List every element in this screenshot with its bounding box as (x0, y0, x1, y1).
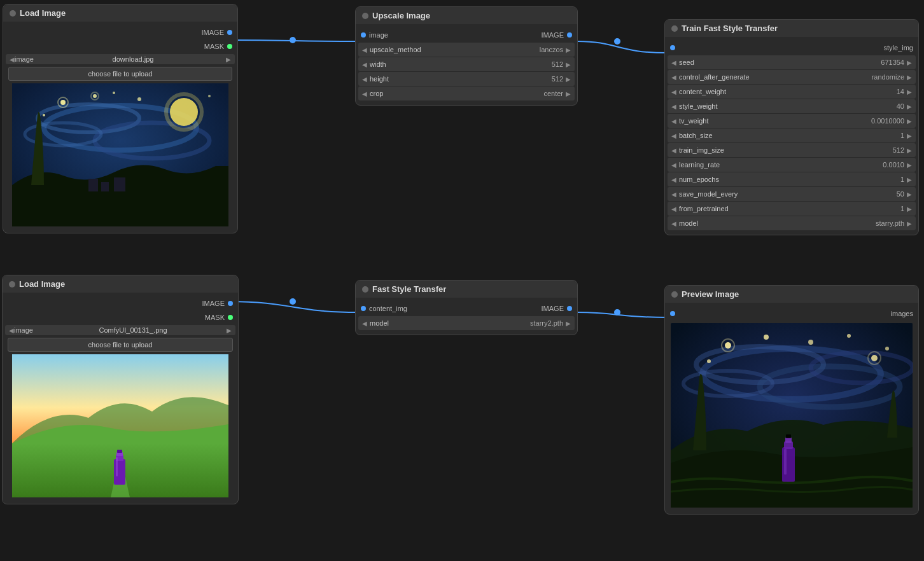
load-image-1-image-lbl: image (15, 55, 40, 63)
tis-left-arrow[interactable]: ◀ (671, 147, 676, 154)
svg-point-13 (93, 94, 97, 98)
fst-input-dot[interactable] (361, 306, 366, 311)
cag-left-arrow[interactable]: ◀ (671, 74, 676, 81)
load-image-2-dot (9, 281, 15, 287)
svg-rect-48 (784, 449, 787, 474)
upscale-method-right-arrow[interactable]: ▶ (566, 46, 571, 53)
cag-right-arrow[interactable]: ▶ (907, 74, 912, 81)
fp-label: from_pretrained (679, 205, 900, 212)
load-image-2-node: Load Image IMAGE MASK ◀ image ComfyUI_00… (2, 275, 239, 504)
svg-rect-46 (785, 438, 792, 443)
load-image-1-image-dot[interactable] (227, 30, 232, 35)
load-image-2-body: IMAGE MASK ◀ image ComfyUI_00131_.png ▶ … (3, 293, 238, 504)
fst-model-right-arrow[interactable]: ▶ (566, 320, 571, 327)
height-left-arrow[interactable]: ◀ (362, 76, 367, 83)
style-img-port: style_img (665, 41, 918, 55)
load-image-2-prev-arrow[interactable]: ◀ (9, 327, 14, 334)
tvw-label: tv_weight (679, 117, 871, 125)
style-img-dot[interactable] (670, 45, 675, 50)
upscale-method-left-arrow[interactable]: ◀ (362, 46, 367, 53)
lr-left-arrow[interactable]: ◀ (671, 162, 676, 169)
fp-left-arrow[interactable]: ◀ (671, 205, 676, 212)
seed-left-arrow[interactable]: ◀ (671, 59, 676, 66)
fast-style-transfer-title: Fast Style Transfer (372, 284, 446, 294)
width-value: 512 (552, 60, 563, 68)
svg-rect-20 (101, 182, 109, 191)
model-left-arrow[interactable]: ◀ (671, 220, 676, 227)
num-epochs-field: ◀ num_epochs 1 ▶ (668, 172, 916, 186)
tvw-right-arrow[interactable]: ▶ (907, 118, 912, 125)
upscale-image-input-dot[interactable] (361, 32, 366, 38)
load-image-2-mask-label: MASK (205, 314, 225, 321)
height-field: ◀ height 512 ▶ (358, 72, 575, 86)
svg-point-9 (170, 98, 198, 126)
cw-right-arrow[interactable]: ▶ (907, 88, 912, 95)
height-label: height (370, 75, 552, 83)
tvw-left-arrow[interactable]: ◀ (671, 118, 676, 125)
model-right-arrow[interactable]: ▶ (907, 220, 912, 227)
crop-left-arrow[interactable]: ◀ (362, 90, 367, 97)
svg-point-38 (808, 340, 813, 345)
upscale-image-output-dot[interactable] (567, 32, 572, 38)
svg-point-39 (707, 359, 711, 363)
tvw-value: 0.0010000 (871, 117, 904, 125)
bs-label: batch_size (679, 132, 900, 139)
sw-value: 40 (897, 102, 904, 110)
load-image-2-mask-dot[interactable] (228, 315, 233, 320)
load-image-2-next-arrow[interactable]: ▶ (227, 327, 232, 334)
load-image-1-mask-dot[interactable] (227, 44, 232, 49)
bs-left-arrow[interactable]: ◀ (671, 132, 676, 139)
load-image-1-body: IMAGE MASK ◀ image download.jpg ▶ choose… (3, 22, 237, 233)
fp-right-arrow[interactable]: ▶ (907, 205, 912, 212)
svg-point-35 (725, 342, 731, 349)
svg-point-41 (847, 334, 851, 338)
fst-model-value: starry2.pth (530, 319, 563, 327)
load-image-1-next-arrow[interactable]: ▶ (226, 56, 231, 63)
fst-model-left-arrow[interactable]: ◀ (362, 320, 367, 327)
upscale-method-label: upscale_method (370, 46, 540, 53)
content-weight-field: ◀ content_weight 14 ▶ (668, 85, 916, 99)
ne-left-arrow[interactable]: ◀ (671, 176, 676, 183)
train-img-size-field: ◀ train_img_size 512 ▶ (668, 143, 916, 157)
load-image-2-upload-btn[interactable]: choose file to upload (8, 338, 233, 352)
upscale-image-dot (362, 13, 368, 19)
sw-right-arrow[interactable]: ▶ (907, 103, 912, 110)
preview-image-dot (671, 291, 678, 298)
model-value: starry.pth (876, 219, 904, 227)
crop-label: crop (370, 90, 543, 97)
seed-field: ◀ seed 671354 ▶ (668, 55, 916, 69)
tis-right-arrow[interactable]: ▶ (907, 147, 912, 154)
svg-rect-24 (114, 459, 125, 485)
width-left-arrow[interactable]: ◀ (362, 61, 367, 68)
style-weight-field: ◀ style_weight 40 ▶ (668, 99, 916, 113)
train-fast-style-header: Train Fast Style Transfer (665, 20, 918, 37)
ne-value: 1 (900, 176, 904, 183)
ne-right-arrow[interactable]: ▶ (907, 176, 912, 183)
sme-right-arrow[interactable]: ▶ (907, 191, 912, 198)
preview-images-dot[interactable] (670, 311, 675, 316)
upscale-image-input-label: image (369, 31, 388, 39)
width-right-arrow[interactable]: ▶ (566, 61, 571, 68)
lr-right-arrow[interactable]: ▶ (907, 162, 912, 169)
preview-image-body: images (665, 303, 918, 514)
height-right-arrow[interactable]: ▶ (566, 76, 571, 83)
sme-left-arrow[interactable]: ◀ (671, 191, 676, 198)
load-image-2-image-dot[interactable] (228, 301, 233, 306)
load-image-2-filename: ComfyUI_00131_.png (39, 326, 227, 334)
svg-point-18 (208, 95, 211, 97)
sw-left-arrow[interactable]: ◀ (671, 103, 676, 110)
model-field: ◀ model starry.pth ▶ (668, 216, 916, 230)
train-fast-style-body: style_img ◀ seed 671354 ▶ ◀ control_afte… (665, 37, 918, 235)
load-image-1-upload-btn[interactable]: choose file to upload (8, 67, 232, 81)
crop-value: center (543, 90, 563, 97)
crop-right-arrow[interactable]: ▶ (566, 90, 571, 97)
load-image-2-header: Load Image (3, 275, 238, 293)
fast-style-transfer-header: Fast Style Transfer (356, 280, 577, 298)
bs-right-arrow[interactable]: ▶ (907, 132, 912, 139)
fst-output-dot[interactable] (567, 306, 572, 311)
seed-right-arrow[interactable]: ▶ (907, 59, 912, 66)
crop-field: ◀ crop center ▶ (358, 87, 575, 100)
load-image-1-prev-arrow[interactable]: ◀ (10, 56, 15, 63)
cw-left-arrow[interactable]: ◀ (671, 88, 676, 95)
load-image-1-dot (10, 10, 16, 17)
